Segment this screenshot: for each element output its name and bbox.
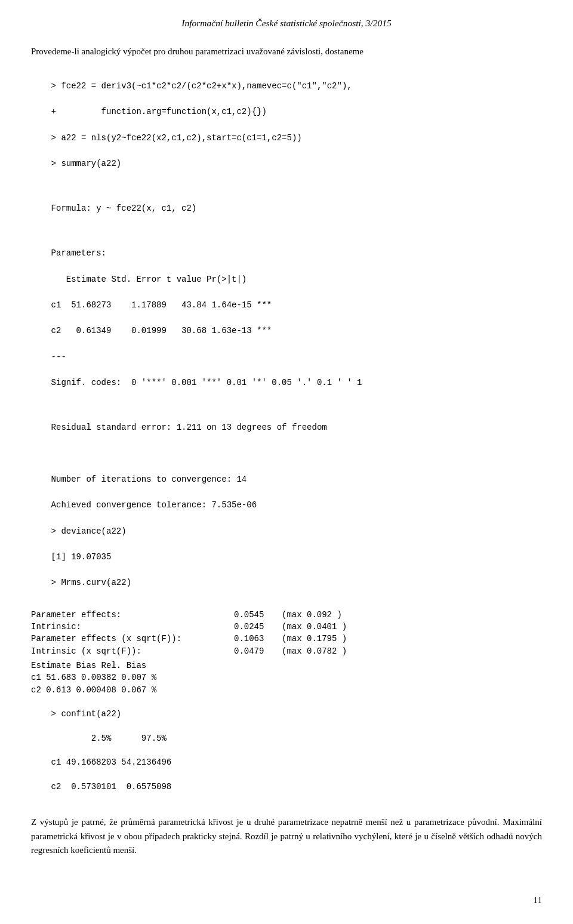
code-line-1: > fce22 = deriv3(~c1*c2*c2/(c2*c2+x*x),n…	[51, 81, 352, 91]
residual-block: Residual standard error: 1.211 on 13 deg…	[31, 408, 542, 602]
bias-header: Estimate Bias Rel. Bias	[31, 660, 146, 672]
deviance-cmd: > deviance(a22)	[51, 526, 127, 536]
prose-paragraph: Z výstupů je patrné, že průměrná paramet…	[31, 815, 542, 857]
mrms-val-2: 0.0245	[234, 621, 282, 633]
confint-c1: c1 49.1668203 54.2136496	[51, 757, 172, 767]
c1-row: c1 51.68273 1.17889 43.84 1.64e-15 ***	[51, 300, 272, 310]
mrms-cmd: > Mrms.curv(a22)	[51, 578, 131, 587]
mrms-table: Parameter effects: 0.0545 (max 0.092 ) I…	[31, 609, 542, 657]
code-line-3: > a22 = nls(y2~fce22(x2,c1,c2),start=c(c…	[51, 133, 302, 143]
mrms-label-2: Intrinsic:	[31, 621, 234, 633]
bias-c1: c1 51.683 0.00382 0.007 %	[31, 672, 156, 683]
intro-text: Provedeme-li analogický výpočet pro druh…	[31, 47, 363, 56]
confint-c2: c2 0.5730101 0.6575098	[51, 782, 172, 791]
deviance-val: [1] 19.07035	[51, 552, 112, 562]
mrms-row-4: Intrinsic (x sqrt(F)): 0.0479 (max 0.078…	[31, 645, 542, 657]
prose-text: Z výstupů je patrné, že průměrná paramet…	[31, 817, 542, 855]
intro-paragraph: Provedeme-li analogický výpočet pro druh…	[31, 45, 542, 58]
residual-error: Residual standard error: 1.211 on 13 deg…	[51, 423, 327, 432]
bias-header-row: Estimate Bias Rel. Bias	[31, 660, 542, 672]
convergence: Achieved convergence tolerance: 7.535e-0…	[51, 500, 257, 510]
mrms-val-3: 0.1063	[234, 633, 282, 645]
mrms-val-4: 0.0479	[234, 645, 282, 657]
page-number: 11	[534, 894, 542, 907]
page-container: Informační bulletin České statistické sp…	[0, 0, 573, 924]
confint-cmd: > confint(a22)	[51, 709, 122, 719]
page-number-text: 11	[534, 895, 542, 905]
parameters-block: Parameters: Estimate Std. Error t value …	[31, 234, 542, 402]
mrms-max-2: (max 0.0401 )	[282, 621, 353, 633]
dashes: ---	[51, 352, 66, 362]
params-header: Estimate Std. Error t value Pr(>|t|)	[51, 275, 247, 284]
confint-block: > confint(a22) 2.5% 97.5% c1 49.1668203 …	[31, 696, 542, 805]
code-line-4: > summary(a22)	[51, 159, 122, 168]
c2-row: c2 0.61349 0.01999 30.68 1.63e-13 ***	[51, 326, 272, 335]
header-title: Informační bulletin České statistické sp…	[181, 18, 391, 28]
signif-codes: Signif. codes: 0 '***' 0.001 '**' 0.01 '…	[51, 378, 362, 387]
formula-block: Formula: y ~ fce22(x, c1, c2)	[31, 189, 542, 228]
mrms-val-1: 0.0545	[234, 609, 282, 621]
page-header: Informační bulletin České statistické sp…	[31, 17, 542, 30]
mrms-row-2: Intrinsic: 0.0245 (max 0.0401 )	[31, 621, 542, 633]
mrms-label-1: Parameter effects:	[31, 609, 234, 621]
bias-table: Estimate Bias Rel. Bias c1 51.683 0.0038…	[31, 660, 542, 696]
bias-c2: c2 0.613 0.000408 0.067 %	[31, 684, 156, 696]
mrms-label-3: Parameter effects (x sqrt(F)):	[31, 633, 234, 645]
mrms-max-4: (max 0.0782 )	[282, 645, 353, 657]
iterations: Number of iterations to convergence: 14	[51, 475, 247, 484]
code-line-2: + function.arg=function(x,c1,c2){})	[51, 107, 267, 116]
code-block-main: > fce22 = deriv3(~c1*c2*c2/(c2*c2+x*x),n…	[31, 67, 542, 183]
mrms-max-3: (max 0.1795 )	[282, 633, 353, 645]
bias-c1-row: c1 51.683 0.00382 0.007 %	[31, 672, 542, 683]
mrms-max-1: (max 0.092 )	[282, 609, 353, 621]
mrms-row-3: Parameter effects (x sqrt(F)): 0.1063 (m…	[31, 633, 542, 645]
bias-c2-row: c2 0.613 0.000408 0.067 %	[31, 684, 542, 696]
formula-label: Formula: y ~ fce22(x, c1, c2)	[51, 204, 197, 213]
confint-header: 2.5% 97.5%	[51, 734, 167, 743]
params-label: Parameters:	[51, 248, 106, 258]
mrms-label-4: Intrinsic (x sqrt(F)):	[31, 645, 234, 657]
mrms-row-1: Parameter effects: 0.0545 (max 0.092 )	[31, 609, 542, 621]
